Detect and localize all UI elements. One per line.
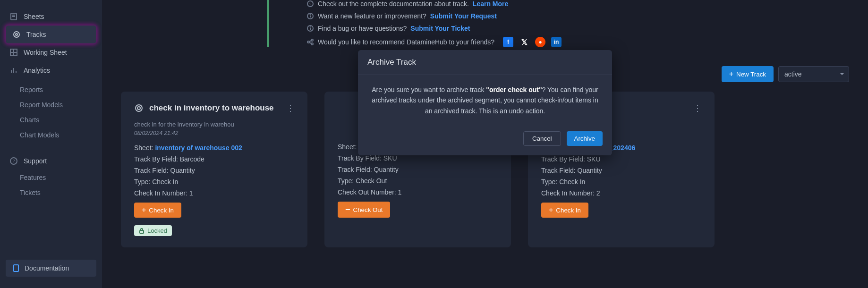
nav-label: Sheets: [24, 13, 44, 20]
svg-point-28: [137, 107, 140, 110]
share-icon: [306, 38, 314, 46]
sidebar-item-support[interactable]: ? Support: [0, 152, 102, 170]
bar-chart-icon: [9, 66, 18, 75]
locked-badge: Locked: [134, 225, 172, 236]
documentation-button[interactable]: Documentation: [6, 260, 96, 277]
info-bar: ? Check out the complete documentation a…: [267, 0, 849, 47]
sidebar-item-analytics[interactable]: Analytics: [0, 61, 102, 79]
check-in-button[interactable]: + Check In: [134, 203, 181, 218]
modal-title: Archive Track: [358, 50, 612, 75]
sidebar: Sheets Tracks Working Sheet Analytics Re…: [0, 0, 102, 288]
check-in-button[interactable]: + Check In: [541, 203, 588, 218]
svg-point-23: [311, 39, 313, 41]
svg-text:?: ?: [12, 159, 15, 163]
sidebar-item-sheets[interactable]: Sheets: [0, 8, 102, 25]
svg-point-3: [14, 32, 19, 37]
svg-point-4: [16, 34, 17, 35]
info-feature: Want a new feature or improvement? Submi…: [306, 12, 849, 20]
sidebar-sub-tickets[interactable]: Tickets: [0, 185, 102, 200]
plus-icon: +: [729, 70, 733, 78]
svg-point-18: [310, 15, 311, 15]
facebook-icon[interactable]: f: [503, 37, 513, 47]
svg-rect-29: [140, 230, 144, 233]
nav-label: Analytics: [24, 67, 50, 74]
target-icon: [134, 103, 144, 113]
sheet-link[interactable]: inventory of warehouse 002: [155, 144, 242, 152]
svg-rect-13: [14, 265, 18, 271]
nav-label: Support: [24, 157, 47, 165]
info-icon: [306, 25, 314, 32]
svg-line-26: [309, 42, 311, 43]
submit-request-link[interactable]: Submit Your Request: [430, 12, 497, 20]
help-icon: ?: [9, 157, 18, 165]
sidebar-sub-features[interactable]: Features: [0, 170, 102, 185]
svg-text:?: ?: [309, 2, 312, 6]
card-menu-button[interactable]: ⋮: [693, 103, 701, 113]
doc-label: Documentation: [25, 264, 69, 272]
sidebar-sub-charts[interactable]: Charts: [0, 112, 102, 127]
main-content: ? Check out the complete documentation a…: [102, 0, 868, 288]
track-card: check in inventory to warehouse ⋮ check …: [121, 92, 307, 247]
modal-body: Are you sure you want to archive track "…: [358, 75, 612, 126]
svg-point-22: [307, 41, 309, 43]
svg-point-27: [136, 105, 142, 111]
check-out-button[interactable]: − Check Out: [338, 202, 390, 218]
sidebar-sub-chart-models[interactable]: Chart Models: [0, 127, 102, 143]
grid-icon: [9, 48, 18, 57]
sidebar-sub-reports[interactable]: Reports: [0, 82, 102, 97]
nav-label: Tracks: [26, 31, 46, 38]
sidebar-sub-report-models[interactable]: Report Models: [0, 97, 102, 112]
archive-modal: Archive Track Are you sure you want to a…: [358, 50, 612, 155]
plus-icon: +: [549, 206, 553, 214]
lock-icon: [139, 228, 145, 234]
new-track-button[interactable]: + New Track: [722, 66, 774, 82]
document-icon: [12, 264, 20, 272]
info-bug: Find a bug or have questions? Submit You…: [306, 25, 849, 32]
archive-button[interactable]: Archive: [567, 131, 603, 146]
svg-line-25: [309, 41, 311, 42]
plus-icon: +: [142, 206, 146, 214]
nav-label: Working Sheet: [24, 49, 67, 56]
linkedin-icon[interactable]: in: [551, 37, 562, 47]
sidebar-item-tracks[interactable]: Tracks: [6, 25, 96, 43]
card-menu-button[interactable]: ⋮: [286, 103, 294, 113]
info-docs: ? Check out the complete documentation a…: [306, 0, 849, 8]
file-icon: [9, 12, 18, 21]
cancel-button[interactable]: Cancel: [523, 131, 561, 146]
target-icon: [12, 30, 21, 39]
info-share: Would you like to recommend DatamineHub …: [306, 37, 849, 47]
help-icon: ?: [306, 0, 314, 8]
info-icon: [306, 12, 314, 20]
learn-more-link[interactable]: Learn More: [473, 0, 508, 8]
submit-ticket-link[interactable]: Submit Your Ticket: [410, 25, 470, 32]
svg-point-21: [310, 27, 311, 27]
svg-point-24: [311, 43, 313, 45]
x-icon[interactable]: 𝕏: [519, 37, 529, 47]
reddit-icon[interactable]: ●: [535, 37, 545, 47]
sidebar-item-working-sheet[interactable]: Working Sheet: [0, 43, 102, 61]
filter-select[interactable]: active: [778, 66, 849, 82]
minus-icon: −: [345, 205, 350, 214]
